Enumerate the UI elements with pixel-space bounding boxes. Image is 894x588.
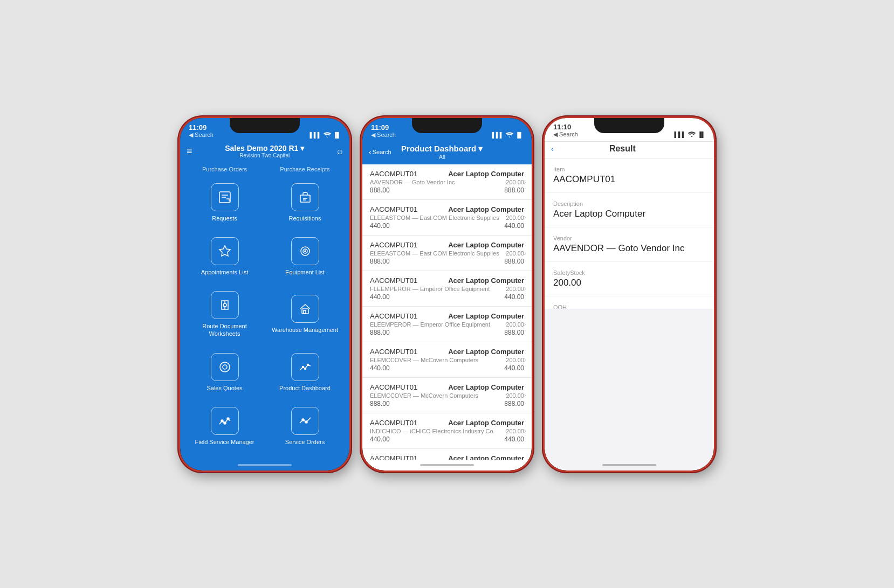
search-label-2: ◀ Search xyxy=(371,132,396,139)
result-bottom xyxy=(545,309,714,460)
result-field-1: Description Acer Laptop Computer xyxy=(545,193,714,227)
product-safety-0: 200.00 xyxy=(506,179,524,185)
result-field-value-1: Acer Laptop Computer xyxy=(553,209,705,219)
product-price-1: 440.00 xyxy=(370,222,390,230)
home-bar-3 xyxy=(602,464,656,466)
svg-point-20 xyxy=(224,422,226,424)
product-price-4: 888.00 xyxy=(370,329,390,336)
chevron-right-icon-7: › xyxy=(524,426,526,435)
menu-item-sales-quotes[interactable]: Sales Quotes xyxy=(184,345,265,399)
product-safety-2: 200.00 xyxy=(506,250,524,257)
product-vendor-4: ELEEMPEROR — Emperor Office Equipment xyxy=(370,321,506,328)
product-list-item[interactable]: AACOMPUT01 Acer Laptop Computer ELEEMPER… xyxy=(362,307,532,342)
product-list-item[interactable]: AACOMPUT01 Acer Laptop Computer INDICHIC… xyxy=(362,449,532,460)
product-list-item[interactable]: AACOMPUT01 Acer Laptop Computer FLEEMPER… xyxy=(362,271,532,307)
menu-item-requests[interactable]: Requests xyxy=(184,176,265,230)
warehouse-icon-box xyxy=(291,295,319,323)
warehouse-label: Warehouse Management xyxy=(272,326,338,334)
battery-icon-2: ▐▌ xyxy=(515,132,523,138)
product-vendor-2: ELEEASTCOM — East COM Electronic Supplie… xyxy=(370,250,506,257)
product-price-5: 440.00 xyxy=(370,364,390,372)
partial-menu-row: Purchase Orders Purchase Receipts xyxy=(180,166,349,176)
hamburger-icon[interactable]: ≡ xyxy=(187,146,192,157)
signal-icon-3: ▌▌▌ xyxy=(675,132,686,137)
result-field-label-2: Vendor xyxy=(553,235,705,241)
product-dashboard-label: Product Dashboard xyxy=(279,384,331,392)
field-service-icon-box xyxy=(211,407,239,435)
sales-quotes-icon-box xyxy=(211,353,239,381)
product-qoh-3: 440.00 xyxy=(504,293,524,301)
menu-item-warehouse[interactable]: Warehouse Management xyxy=(265,283,345,345)
svg-rect-12 xyxy=(302,309,308,314)
product-id-5: AACOMPUT01 xyxy=(370,348,417,356)
product-list-item[interactable]: AACOMPUT01 Acer Laptop Computer ELEMCCOV… xyxy=(362,378,532,413)
back-button-2[interactable]: ‹ Search xyxy=(369,148,391,156)
product-price-6: 888.00 xyxy=(370,400,390,407)
product-qoh-0: 888.00 xyxy=(504,186,524,194)
product-qoh-7: 440.00 xyxy=(504,435,524,443)
search-button[interactable]: ⌕ xyxy=(337,146,343,157)
svg-point-8 xyxy=(305,251,306,252)
product-list-item[interactable]: AACOMPUT01 Acer Laptop Computer ELEEASTC… xyxy=(362,236,532,271)
product-name-7: Acer Laptop Computer xyxy=(448,419,524,427)
phone1-content: Purchase Orders Purchase Receipts xyxy=(180,164,349,460)
equipment-icon-box xyxy=(291,237,319,265)
svg-point-22 xyxy=(302,419,304,421)
menu-item-appointments[interactable]: Appointments List xyxy=(184,230,265,283)
product-vendor-3: FLEEMPEROR — Emperor Office Equipment xyxy=(370,286,506,292)
phone-2: 11:09 ◀ Search ▌▌▌ ▐▌ ‹ Search Product D… xyxy=(361,116,533,472)
menu-item-field-service[interactable]: Field Service Manager xyxy=(184,399,265,453)
wifi-icon-3 xyxy=(688,132,696,138)
product-id-3: AACOMPUT01 xyxy=(370,276,417,285)
product-safety-1: 200.00 xyxy=(506,215,524,221)
svg-point-15 xyxy=(223,365,227,369)
partial-label-1: Purchase Receipts xyxy=(265,166,345,176)
result-field-4: QOH 888.00 xyxy=(545,296,714,309)
notch-3 xyxy=(594,118,664,133)
product-safety-3: 200.00 xyxy=(506,286,524,292)
product-list-item[interactable]: AACOMPUT01 Acer Laptop Computer INDICHIC… xyxy=(362,413,532,449)
product-vendor-5: ELEMCCOVER — McCovern Computers xyxy=(370,357,506,363)
requisitions-label: Requisitions xyxy=(289,215,321,222)
appointments-label: Appointments List xyxy=(201,268,248,276)
list-title: Product Dashboard ▾ All xyxy=(401,144,483,160)
menu-item-equipment[interactable]: Equipment List xyxy=(265,230,345,283)
search-label-1: ◀ Search xyxy=(189,132,214,139)
chevron-right-icon-6: › xyxy=(524,391,526,399)
menu-item-service-orders[interactable]: Service Orders xyxy=(265,399,345,453)
menu-item-product-dashboard[interactable]: Product Dashboard xyxy=(265,345,345,399)
svg-point-16 xyxy=(302,366,304,368)
product-list-item[interactable]: AACOMPUT01 Acer Laptop Computer ELEMCCOV… xyxy=(362,342,532,378)
signal-icon-1: ▌▌▌ xyxy=(310,132,321,138)
menu-item-requisitions[interactable]: Requisitions xyxy=(265,176,345,230)
menu-item-route-doc[interactable]: Route Document Worksheets xyxy=(184,283,265,345)
result-field-value-2: AAVENDOR — Goto Vendor Inc xyxy=(553,243,705,254)
result-title: Result xyxy=(609,144,636,154)
status-icons-2: ▌▌▌ ▐▌ xyxy=(492,132,523,139)
requisitions-icon-box xyxy=(291,183,319,211)
home-bar-1 xyxy=(238,464,292,466)
battery-icon-1: ▐▌ xyxy=(333,132,341,138)
partial-label-0: Purchase Orders xyxy=(184,166,265,176)
product-qoh-4: 888.00 xyxy=(504,329,524,336)
product-name-3: Acer Laptop Computer xyxy=(448,276,524,285)
home-indicator-3 xyxy=(545,460,714,471)
product-list[interactable]: AACOMPUT01 Acer Laptop Computer AAVENDOR… xyxy=(362,164,532,460)
product-list-item[interactable]: AACOMPUT01 Acer Laptop Computer ELEEASTC… xyxy=(362,200,532,236)
product-id-0: AACOMPUT01 xyxy=(370,170,417,178)
back-button-3[interactable]: ‹ xyxy=(551,144,554,153)
product-price-3: 440.00 xyxy=(370,293,390,301)
product-id-4: AACOMPUT01 xyxy=(370,312,417,320)
product-name-8: Acer Laptop Computer xyxy=(448,454,524,460)
result-field-label-0: Item xyxy=(553,166,705,172)
result-content: Item AACOMPUT01 Description Acer Laptop … xyxy=(545,158,714,309)
product-dashboard-icon-box xyxy=(291,353,319,381)
equipment-label: Equipment List xyxy=(285,268,325,276)
svg-point-14 xyxy=(220,362,230,372)
product-vendor-7: INDICHICO — iCHICO Electronics Industry … xyxy=(370,428,506,434)
status-time-2: 11:09 xyxy=(371,123,389,132)
status-icons-1: ▌▌▌ ▐▌ xyxy=(310,132,341,139)
battery-icon-3: ▐▌ xyxy=(698,132,705,137)
product-list-item[interactable]: AACOMPUT01 Acer Laptop Computer AAVENDOR… xyxy=(362,164,532,200)
chevron-right-icon-1: › xyxy=(524,213,526,222)
